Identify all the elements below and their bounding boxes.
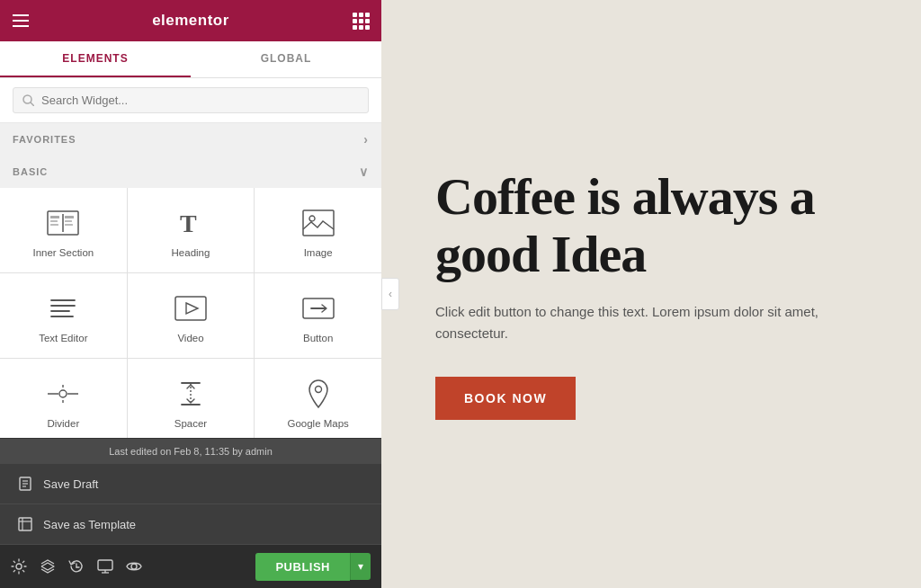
svg-rect-11 — [303, 210, 334, 236]
svg-point-43 — [131, 564, 137, 569]
svg-rect-34 — [19, 518, 31, 530]
svg-line-1 — [31, 102, 34, 106]
widget-heading[interactable]: T Heading — [128, 188, 255, 272]
svg-point-12 — [309, 216, 315, 221]
widget-spacer-label: Spacer — [174, 418, 207, 429]
svg-point-29 — [315, 387, 321, 393]
apps-grid-icon[interactable] — [353, 13, 369, 30]
save-draft-label: Save Draft — [43, 477, 98, 491]
basic-collapse-icon: ∨ — [359, 165, 369, 179]
search-input[interactable] — [41, 94, 359, 107]
svg-rect-4 — [50, 216, 59, 218]
svg-point-21 — [59, 390, 67, 397]
panel-footer: Last edited on Feb 8, 11:35 by admin — [0, 438, 381, 464]
google-maps-icon — [301, 377, 335, 411]
publish-arrow-button[interactable]: ▾ — [350, 553, 371, 580]
widget-spacer[interactable]: Spacer — [128, 359, 255, 438]
panel-tabs: ELEMENTS GLOBAL — [0, 41, 381, 78]
svg-text:T: T — [180, 209, 197, 237]
canvas-content: Coffee is always a good Idea Click edit … — [435, 168, 867, 420]
heading-icon: T — [174, 206, 208, 240]
text-editor-icon — [46, 291, 80, 325]
draft-icon — [18, 477, 32, 491]
widget-divider[interactable]: Divider — [0, 359, 127, 438]
widget-text-editor[interactable]: Text Editor — [0, 273, 127, 358]
book-now-button[interactable]: BOOK NOW — [435, 377, 576, 420]
svg-rect-40 — [98, 560, 112, 570]
hamburger-menu-icon[interactable] — [13, 14, 29, 27]
panel-header: elementor — [0, 0, 381, 41]
bottom-toolbar: PUBLISH ▾ — [0, 545, 381, 588]
svg-point-37 — [16, 564, 22, 569]
left-panel: elementor ELEMENTS GLOBAL FAVORITES › — [0, 0, 381, 588]
panel-title: elementor — [152, 12, 229, 30]
widget-grid: Inner Section T Heading Image — [0, 188, 381, 438]
widget-inner-section-label: Inner Section — [32, 247, 94, 258]
template-icon — [18, 517, 32, 531]
widget-inner-section[interactable]: Inner Section — [0, 188, 127, 272]
image-icon — [301, 206, 335, 240]
preview-icon[interactable] — [126, 558, 142, 575]
save-template-option[interactable]: Save as Template — [0, 504, 381, 545]
widget-heading-label: Heading — [172, 247, 210, 258]
widget-button-label: Button — [303, 333, 333, 343]
widget-button[interactable]: Button — [255, 273, 381, 358]
publish-button[interactable]: PUBLISH — [255, 553, 350, 581]
save-template-label: Save as Template — [43, 518, 136, 531]
collapse-panel-arrow[interactable]: ‹ — [381, 278, 399, 310]
history-icon[interactable] — [68, 558, 85, 575]
svg-rect-6 — [50, 224, 58, 226]
search-icon — [22, 94, 34, 106]
widget-google-maps[interactable]: Google Maps — [255, 359, 381, 438]
button-icon — [301, 291, 335, 325]
widget-image[interactable]: Image — [255, 188, 381, 272]
svg-rect-5 — [50, 220, 58, 222]
canvas-heading: Coffee is always a good Idea — [435, 168, 867, 283]
widget-text-editor-label: Text Editor — [39, 333, 87, 343]
basic-section-header[interactable]: BASIC ∨ — [0, 156, 381, 188]
publish-group: PUBLISH ▾ — [255, 553, 371, 581]
canvas-area: ‹ Coffee is always a good Idea Click edi… — [381, 0, 921, 588]
widget-divider-label: Divider — [47, 418, 79, 429]
settings-icon[interactable] — [11, 558, 27, 575]
video-icon — [174, 291, 208, 325]
widget-video-label: Video — [177, 333, 203, 343]
spacer-icon — [174, 377, 208, 411]
search-bar — [0, 78, 381, 123]
toolbar-left — [11, 558, 142, 575]
svg-marker-18 — [186, 303, 198, 314]
svg-rect-8 — [65, 220, 72, 222]
divider-icon — [46, 377, 80, 411]
svg-rect-7 — [65, 216, 74, 218]
layers-icon[interactable] — [40, 558, 56, 575]
inner-section-icon — [46, 206, 80, 240]
save-draft-option[interactable]: Save Draft — [0, 464, 381, 504]
search-input-wrap — [13, 87, 369, 113]
tab-elements[interactable]: ELEMENTS — [0, 41, 191, 77]
svg-rect-9 — [65, 224, 73, 226]
responsive-icon[interactable] — [97, 559, 113, 574]
svg-rect-17 — [175, 297, 206, 320]
widget-image-label: Image — [304, 247, 333, 258]
last-edited-text: Last edited on Feb 8, 11:35 by admin — [109, 446, 273, 457]
tab-global[interactable]: GLOBAL — [191, 41, 381, 77]
save-options: Save Draft Save as Template — [0, 464, 381, 545]
widget-google-maps-label: Google Maps — [287, 418, 348, 429]
widget-video[interactable]: Video — [128, 273, 255, 358]
basic-label: BASIC — [13, 166, 48, 177]
favorites-label: FAVORITES — [13, 134, 76, 145]
favorites-section-header[interactable]: FAVORITES › — [0, 123, 381, 156]
favorites-expand-icon: › — [363, 132, 369, 147]
canvas-subtext: Click edit button to change this text. L… — [435, 301, 867, 344]
